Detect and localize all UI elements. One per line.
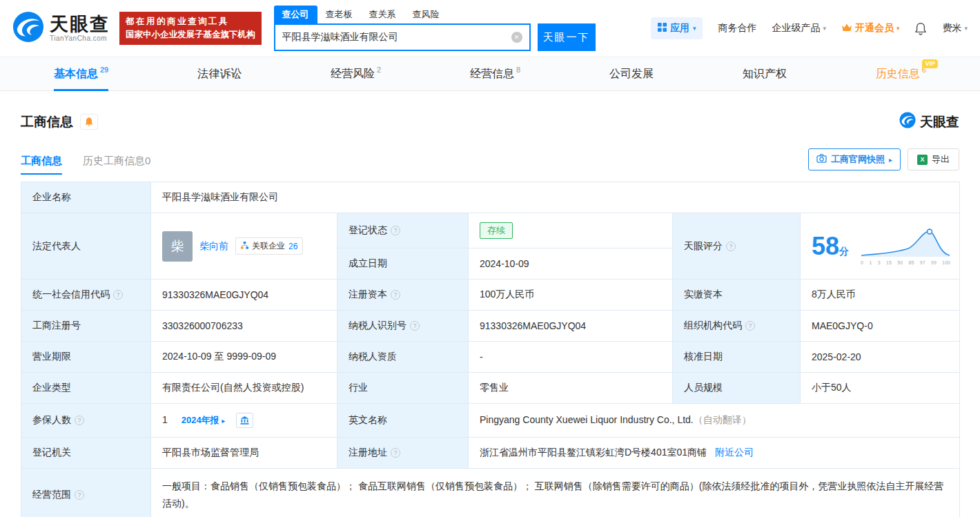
nearby-companies-link[interactable]: 附近公司 <box>715 447 754 458</box>
company-type-label: 企业类型 <box>21 373 151 404</box>
apps-grid-icon <box>658 23 667 34</box>
section-title: 工商信息 <box>21 113 73 131</box>
help-icon[interactable]: ? <box>726 242 736 251</box>
help-icon[interactable]: ? <box>113 290 123 300</box>
export-button[interactable]: X 导出 <box>908 148 959 170</box>
tab-basic-info[interactable]: 基本信息29 <box>54 57 108 90</box>
related-companies-badge[interactable]: 关联企业 26 <box>235 237 303 255</box>
notification-bell-icon[interactable] <box>914 21 927 35</box>
score-distribution-chart: 0131550859799100 <box>860 227 951 265</box>
credit-code-label: 统一社会信用代码? <box>21 280 151 311</box>
reg-status-value: 存续 <box>469 213 673 248</box>
search-tab-boss[interactable]: 查老板 <box>317 6 361 23</box>
arrow-right-icon: ▸ <box>889 156 892 164</box>
help-icon[interactable]: ? <box>391 290 400 300</box>
chevron-down-icon: ▾ <box>823 25 826 32</box>
tab-company-development[interactable]: 公司发展 <box>609 57 654 90</box>
company-name-value: 平阳县学滋味酒业有限公司 <box>151 182 960 213</box>
help-icon[interactable]: ? <box>391 226 400 235</box>
taxpayer-quality-value: - <box>469 342 673 373</box>
company-nav-tabs: 基本信息29 法律诉讼 经营风险2 经营信息8 公司发展 知识产权 历史信息6 … <box>0 57 980 91</box>
tab-history-info[interactable]: 历史信息6 VIP <box>876 57 926 90</box>
taxpayer-id-value: 91330326MAE0GJYQ04 <box>469 311 673 342</box>
promo-banner: 都在用的商业查询工具 国家中小企业发展子基金旗下机构 <box>119 12 262 46</box>
search-tab-risk[interactable]: 查风险 <box>404 6 448 23</box>
search-tabs: 查公司 查老板 查关系 查风险 <box>274 6 596 23</box>
brand-name: 天眼查 <box>50 14 110 34</box>
company-name-label: 企业名称 <box>21 182 151 213</box>
tab-operating-info[interactable]: 经营信息8 <box>470 57 520 90</box>
tab-operating-risk[interactable]: 经营风险2 <box>331 57 381 90</box>
org-chart-icon <box>241 242 248 251</box>
business-scope-label: 经营范围? <box>21 469 151 517</box>
reg-authority-value: 平阳县市场监督管理局 <box>151 438 337 469</box>
apps-label: 应用 <box>670 22 689 35</box>
staff-size-value: 小于50人 <box>801 373 960 404</box>
search-tab-company[interactable]: 查公司 <box>274 6 317 23</box>
industry-label: 行业 <box>337 373 469 404</box>
credit-code-value: 91330326MAE0GJYQ04 <box>151 280 337 311</box>
reg-status-label: 登记状态? <box>337 213 469 248</box>
auto-translate-note: （自动翻译） <box>694 414 752 425</box>
address-label: 注册地址? <box>337 438 469 469</box>
tianyancha-watermark: 天眼查 <box>899 112 959 132</box>
crown-icon <box>841 23 852 34</box>
reg-authority-label: 登记机关 <box>21 438 151 469</box>
header-right-menu: 应用 ▾ 商务合作 企业级产品 ▾ 开通会员 ▾ 费米 ▾ <box>651 17 968 39</box>
legal-rep-label: 法定代表人 <box>21 213 151 280</box>
search-box: ✕ <box>274 23 531 51</box>
reg-number-value: 330326000706233 <box>151 311 337 342</box>
insured-value: 1 2024年报 ▸ <box>151 404 337 438</box>
company-type-value: 有限责任公司(自然人投资或控股) <box>151 373 337 404</box>
search-tab-relation[interactable]: 查关系 <box>361 6 404 23</box>
tab-intellectual-property[interactable]: 知识产权 <box>743 57 787 90</box>
help-icon[interactable]: ? <box>75 416 84 425</box>
annual-report-link[interactable]: 2024年报 ▸ <box>182 415 226 425</box>
table-row: 工商注册号 330326000706233 纳税人识别号? 91330326MA… <box>21 311 960 342</box>
tianyancha-logo[interactable]: 天眼查 TianYanCha.com <box>12 11 110 46</box>
search-button[interactable]: 天眼一下 <box>538 23 596 51</box>
business-term-label: 营业期限 <box>21 342 151 373</box>
legal-rep-avatar[interactable]: 柴 <box>162 231 193 262</box>
english-name-label: 英文名称 <box>337 404 469 438</box>
table-row: 登记机关 平阳县市场监督管理局 注册地址? 浙江省温州市平阳县鳌江镇彩虹湾D号楼… <box>21 438 960 469</box>
help-icon[interactable]: ? <box>410 321 420 331</box>
top-header: 天眼查 TianYanCha.com 都在用的商业查询工具 国家中小企业发展子基… <box>0 0 980 57</box>
subtab-business-info[interactable]: 工商信息 <box>21 155 62 175</box>
enterprise-products-menu[interactable]: 企业级产品 ▾ <box>772 22 826 35</box>
apps-menu[interactable]: 应用 ▾ <box>651 17 703 39</box>
staff-size-label: 人员规模 <box>673 373 801 404</box>
paid-capital-label: 实缴资本 <box>673 280 801 311</box>
user-menu[interactable]: 费米 ▾ <box>942 22 968 35</box>
reg-capital-label: 注册资本? <box>337 280 469 311</box>
help-icon[interactable]: ? <box>75 490 84 500</box>
tianyancha-company-page: 天眼查 TianYanCha.com 都在用的商业查询工具 国家中小企业发展子基… <box>0 0 980 517</box>
score-label: 天眼评分? <box>673 213 801 280</box>
official-snapshot-button[interactable]: 工商官网快照 ▸ <box>808 148 901 170</box>
tab-legal-proceedings[interactable]: 法律诉讼 <box>197 57 242 90</box>
social-security-icon[interactable] <box>236 413 253 428</box>
camera-icon <box>816 154 827 165</box>
establish-date-label: 成立日期 <box>337 248 469 280</box>
chevron-down-icon: ▾ <box>896 25 900 32</box>
search-input[interactable] <box>275 32 511 43</box>
table-row: 企业名称 平阳县学滋味酒业有限公司 <box>21 182 960 213</box>
monitor-bell-icon[interactable] <box>80 114 98 130</box>
promo-banner-line1: 都在用的商业查询工具 <box>126 15 255 28</box>
legal-rep-name-link[interactable]: 柴向前 <box>199 240 228 253</box>
clear-search-icon[interactable]: ✕ <box>511 32 522 43</box>
brand-domain: TianYanCha.com <box>50 35 110 42</box>
watermark-text: 天眼查 <box>920 113 959 131</box>
promo-banner-line2: 国家中小企业发展子基金旗下机构 <box>126 28 255 41</box>
help-icon[interactable]: ? <box>391 448 400 458</box>
vip-badge: VIP <box>922 59 938 68</box>
help-icon[interactable]: ? <box>745 321 755 331</box>
open-vip-menu[interactable]: 开通会员 ▾ <box>841 22 900 35</box>
business-cooperation-link[interactable]: 商务合作 <box>718 22 756 35</box>
subtab-history-business-info[interactable]: 历史工商信息0 <box>83 155 150 175</box>
main-content: 工商信息 天眼查 工商信息 历史工商信息0 <box>0 112 980 517</box>
approval-date-value: 2025-02-20 <box>801 342 960 373</box>
excel-icon: X <box>917 155 928 165</box>
insured-label: 参保人数? <box>21 404 151 438</box>
score-cell: 58分 0131550859799100 <box>801 213 960 280</box>
